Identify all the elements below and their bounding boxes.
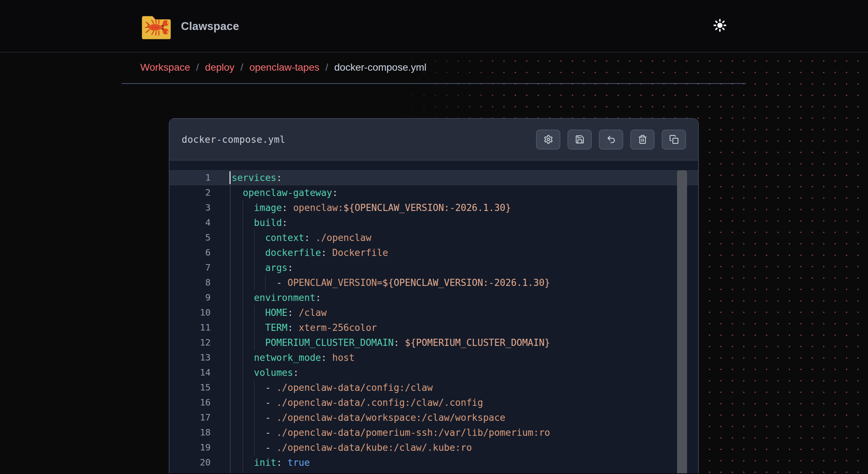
- code-line[interactable]: 11TERM: xterm-256color: [170, 320, 698, 335]
- code-text: dockerfile: Dockerfile: [230, 245, 698, 260]
- code-line[interactable]: 9environment:: [170, 290, 698, 305]
- settings-button[interactable]: [536, 130, 560, 150]
- indent: [232, 260, 243, 275]
- text-cursor: [229, 171, 231, 184]
- line-number: 9: [170, 290, 230, 305]
- indent: [232, 440, 243, 455]
- editor-scrollbar[interactable]: [677, 170, 687, 473]
- code-line[interactable]: 2openclaw-gateway:: [170, 185, 698, 200]
- line-number: 11: [170, 320, 230, 335]
- indent-guide: [243, 230, 254, 245]
- trash-icon: [638, 135, 647, 144]
- code-text: - OPENCLAW_VERSION=${OPENCLAW_VERSION:-2…: [230, 275, 698, 290]
- indent-guide: [243, 335, 254, 350]
- code-line[interactable]: 1services:: [170, 170, 698, 185]
- breadcrumb-item[interactable]: Workspace: [140, 60, 190, 75]
- code-text: init: true: [230, 455, 698, 470]
- line-number: 21: [170, 470, 230, 473]
- code-text: restart: unless-stopped: [230, 470, 698, 473]
- code-line[interactable]: 4build:: [170, 215, 698, 230]
- undo-button[interactable]: [599, 130, 623, 150]
- indent-guide: [254, 260, 265, 275]
- breadcrumb-separator: /: [196, 60, 199, 75]
- indent: [232, 410, 243, 425]
- code-line[interactable]: 21restart: unless-stopped: [170, 470, 698, 473]
- code-line[interactable]: 5context: ./openclaw: [170, 230, 698, 245]
- indent: [232, 395, 243, 410]
- code-line[interactable]: 14volumes:: [170, 365, 698, 380]
- clawspace-logo[interactable]: Clawspace: [141, 0, 239, 52]
- copy-button[interactable]: [662, 130, 686, 150]
- breadcrumb-item[interactable]: openclaw-tapes: [249, 60, 319, 75]
- code-line[interactable]: 20init: true: [170, 455, 698, 470]
- indent-guide: [243, 305, 254, 320]
- main-content: Workspace/deploy/openclaw-tapes/docker-c…: [0, 52, 868, 473]
- indent-guide: [243, 470, 254, 473]
- indent-guide: [265, 275, 276, 290]
- indent: [232, 470, 243, 473]
- code-line[interactable]: 6dockerfile: Dockerfile: [170, 245, 698, 260]
- breadcrumb-item[interactable]: deploy: [205, 60, 234, 75]
- line-number: 12: [170, 335, 230, 350]
- line-number: 20: [170, 455, 230, 470]
- indent-guide: [254, 440, 265, 455]
- code-line[interactable]: 7args:: [170, 260, 698, 275]
- code-text: - ./openclaw-data/pomerium-ssh:/var/lib/…: [230, 425, 698, 440]
- line-number: 4: [170, 215, 230, 230]
- code-text: environment:: [230, 290, 698, 305]
- indent: [232, 185, 243, 200]
- code-line[interactable]: 15- ./openclaw-data/config:/claw: [170, 380, 698, 395]
- line-number: 10: [170, 305, 230, 320]
- code-line[interactable]: 10HOME: /claw: [170, 305, 698, 320]
- breadcrumb-separator: /: [326, 60, 328, 75]
- code-text: image: openclaw:${OPENCLAW_VERSION:-2026…: [230, 200, 698, 215]
- code-line[interactable]: 13network_mode: host: [170, 350, 698, 365]
- indent: [232, 320, 243, 335]
- indent-guide: [243, 320, 254, 335]
- indent-guide: [254, 335, 265, 350]
- code-lines: 1services:2openclaw-gateway:3image: open…: [170, 170, 698, 473]
- indent: [232, 455, 243, 470]
- line-number: 3: [170, 200, 230, 215]
- indent: [232, 380, 243, 395]
- save-button[interactable]: [567, 130, 592, 150]
- indent-guide: [243, 260, 254, 275]
- indent-guide: [243, 440, 254, 455]
- code-line[interactable]: 12POMERIUM_CLUSTER_DOMAIN: ${POMERIUM_CL…: [170, 335, 698, 350]
- theme-toggle-button[interactable]: [707, 13, 732, 38]
- code-line[interactable]: 16- ./openclaw-data/.config:/claw/.confi…: [170, 395, 698, 410]
- indent: [232, 200, 243, 215]
- line-number: 13: [170, 350, 230, 365]
- code-line[interactable]: 19- ./openclaw-data/kube:/claw/.kube:ro: [170, 440, 698, 455]
- undo-icon: [606, 135, 616, 144]
- code-text: HOME: /claw: [230, 305, 698, 320]
- indent-guide: [243, 200, 254, 215]
- indent-guide: [243, 350, 254, 365]
- delete-button[interactable]: [630, 130, 655, 150]
- line-number: 5: [170, 230, 230, 245]
- indent: [232, 245, 243, 260]
- line-number: 19: [170, 440, 230, 455]
- code-text: network_mode: host: [230, 350, 698, 365]
- editor-panel: docker-compose.yml: [169, 118, 699, 473]
- copy-icon: [669, 135, 679, 144]
- line-number: 17: [170, 410, 230, 425]
- line-number: 7: [170, 260, 230, 275]
- code-line[interactable]: 17- ./openclaw-data/workspace:/claw/work…: [170, 410, 698, 425]
- indent: [232, 230, 243, 245]
- code-editor[interactable]: 1services:2openclaw-gateway:3image: open…: [170, 161, 698, 473]
- line-number: 1: [170, 170, 230, 185]
- code-text: - ./openclaw-data/config:/claw: [230, 380, 698, 395]
- code-text: - ./openclaw-data/kube:/claw/.kube:ro: [230, 440, 698, 455]
- indent: [232, 215, 243, 230]
- code-line[interactable]: 3image: openclaw:${OPENCLAW_VERSION:-202…: [170, 200, 698, 215]
- save-icon: [575, 135, 585, 144]
- indent: [232, 275, 243, 290]
- line-number: 6: [170, 245, 230, 260]
- indent-guide: [243, 425, 254, 440]
- app-title: Clawspace: [181, 20, 239, 33]
- breadcrumb-separator: /: [241, 60, 243, 75]
- code-line[interactable]: 8- OPENCLAW_VERSION=${OPENCLAW_VERSION:-…: [170, 275, 698, 290]
- code-line[interactable]: 18- ./openclaw-data/pomerium-ssh:/var/li…: [170, 425, 698, 440]
- indent: [232, 425, 243, 440]
